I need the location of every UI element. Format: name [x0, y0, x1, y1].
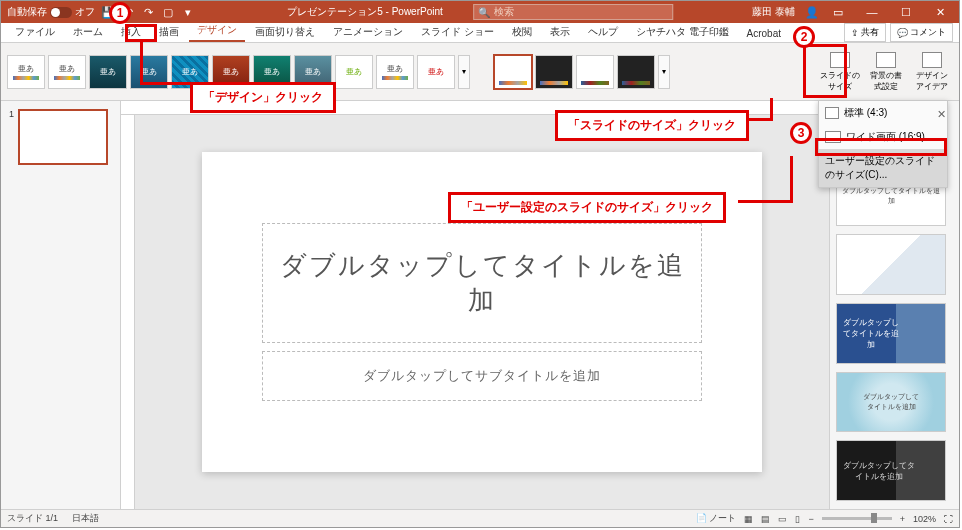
view-reading-icon[interactable]: ▭: [778, 514, 787, 524]
title-placeholder[interactable]: ダブルタップしてタイトルを追加: [262, 223, 702, 343]
theme-tile[interactable]: 亜あ: [417, 55, 455, 89]
redo-icon[interactable]: ↷: [141, 5, 155, 19]
tab-animations[interactable]: アニメーション: [325, 22, 411, 42]
tab-help[interactable]: ヘルプ: [580, 22, 626, 42]
design-ideas-icon: [922, 52, 942, 68]
variant-tile[interactable]: [617, 55, 655, 89]
search-placeholder: 検索: [494, 5, 514, 19]
variant-tile[interactable]: [576, 55, 614, 89]
theme-colorbar-icon: [382, 76, 407, 80]
slide-size-icon: [830, 52, 850, 68]
design-idea-tile[interactable]: ダブルタップして タイトルを追加: [836, 372, 946, 433]
status-bar: スライド 1/1 日本語 📄 ノート ▦ ▤ ▭ ▯ − + 102% ⛶: [1, 509, 959, 527]
view-normal-icon[interactable]: ▦: [744, 514, 753, 524]
view-sorter-icon[interactable]: ▤: [761, 514, 770, 524]
slide-size-custom[interactable]: ユーザー設定のスライドのサイズ(C)...: [819, 149, 947, 187]
callout-line: [738, 200, 793, 203]
callout-label: 「ユーザー設定のスライドのサイズ」クリック: [461, 200, 713, 214]
canvas-area: ダブルタップしてタイトルを追加 ダブルタップしてサブタイトルを追加: [135, 115, 829, 509]
standard-ratio-icon: [825, 107, 839, 119]
comment-icon: 💬: [897, 28, 908, 38]
ribbon-display-icon[interactable]: ▭: [823, 1, 853, 23]
title-bar: 自動保存 オフ 💾 ↶ ↷ ▢ ▾ プレゼンテーション5 - PowerPoin…: [1, 1, 959, 23]
fit-to-window-icon[interactable]: ⛶: [944, 514, 953, 524]
comment-button[interactable]: 💬コメント: [890, 23, 953, 42]
slide-counter: スライド 1/1: [7, 512, 58, 525]
theme-tile[interactable]: 亜あ: [7, 55, 45, 89]
design-idea-tile[interactable]: ダブルタップし てタイトルを追 加: [836, 303, 946, 364]
zoom-level[interactable]: 102%: [913, 514, 936, 524]
callout-line: [140, 42, 143, 84]
wide-ratio-icon: [825, 131, 841, 143]
maximize-icon[interactable]: ☐: [891, 1, 921, 23]
zoom-in-icon[interactable]: +: [900, 514, 905, 524]
language-indicator[interactable]: 日本語: [72, 512, 99, 525]
close-icon[interactable]: ✕: [925, 1, 955, 23]
tab-home[interactable]: ホーム: [65, 22, 111, 42]
design-ideas-label: デザイン アイデア: [916, 70, 948, 92]
share-icon: ⇪: [851, 28, 859, 38]
design-idea-tile[interactable]: ダブルタップしてタ イトルを追加: [836, 440, 946, 501]
slide-thumbnail[interactable]: [18, 109, 108, 165]
design-idea-tile[interactable]: [836, 234, 946, 295]
slide-size-button[interactable]: スライドの サイズ: [819, 48, 861, 96]
user-avatar-icon[interactable]: 👤: [805, 5, 819, 19]
zoom-slider[interactable]: [822, 517, 892, 520]
user-name[interactable]: 藤田 泰輔: [752, 5, 795, 19]
variant-tile[interactable]: [535, 55, 573, 89]
minimize-icon[interactable]: —: [857, 1, 887, 23]
design-ideas-button[interactable]: デザイン アイデア: [911, 48, 953, 96]
zoom-out-icon[interactable]: −: [808, 514, 813, 524]
qat-more-icon[interactable]: ▾: [181, 5, 195, 19]
tab-file[interactable]: ファイル: [7, 22, 63, 42]
tab-acrobat[interactable]: Acrobat: [739, 25, 789, 42]
theme-sample-text: 亜あ: [18, 63, 34, 74]
tab-insert[interactable]: 挿入: [113, 22, 149, 42]
slide-size-menu: 標準 (4:3) ワイド画面 (16:9) ユーザー設定のスライドのサイズ(C)…: [818, 100, 948, 188]
theme-sample-text: 亜あ: [182, 66, 198, 77]
notes-button[interactable]: 📄 ノート: [696, 512, 737, 525]
tab-addin-shachihata[interactable]: シヤチハタ 電子印鑑: [628, 22, 737, 42]
tab-draw[interactable]: 描画: [151, 22, 187, 42]
theme-sample-text: 亜あ: [387, 63, 403, 74]
close-panel-icon[interactable]: ✕: [937, 108, 946, 121]
variant-gallery-expand[interactable]: ▾: [658, 55, 670, 89]
callout-text-2: 「スライドのサイズ」クリック: [555, 110, 749, 141]
format-background-button[interactable]: 背景の書 式設定: [865, 48, 907, 96]
title-placeholder-text: ダブルタップしてタイトルを追加: [273, 248, 691, 318]
theme-gallery-expand[interactable]: ▾: [458, 55, 470, 89]
wide-label: ワイド画面 (16:9): [846, 130, 925, 144]
tab-design[interactable]: デザイン: [189, 20, 245, 42]
slide-size-wide[interactable]: ワイド画面 (16:9): [819, 125, 947, 149]
search-input[interactable]: 🔍 検索: [473, 4, 673, 20]
tab-view[interactable]: 表示: [542, 22, 578, 42]
autosave-toggle[interactable]: 自動保存 オフ: [7, 5, 95, 19]
theme-sample-text: 亜あ: [346, 66, 362, 77]
subtitle-placeholder[interactable]: ダブルタップしてサブタイトルを追加: [262, 351, 702, 401]
share-button[interactable]: ⇪共有: [844, 23, 886, 42]
ribbon-tabs: ファイル ホーム 挿入 描画 デザイン 画面切り替え アニメーション スライド …: [1, 23, 959, 43]
tab-transitions[interactable]: 画面切り替え: [247, 22, 323, 42]
document-title: プレゼンテーション5 - PowerPoint: [287, 5, 443, 19]
autosave-label: 自動保存: [7, 5, 47, 19]
tab-review[interactable]: 校閲: [504, 22, 540, 42]
tab-slideshow[interactable]: スライド ショー: [413, 22, 502, 42]
theme-tile[interactable]: 亜あ: [376, 55, 414, 89]
variant-tile[interactable]: [494, 55, 532, 89]
callout-badge-1: 1: [109, 2, 131, 24]
theme-tile[interactable]: 亜あ: [335, 55, 373, 89]
search-icon: 🔍: [478, 7, 490, 18]
comment-label: コメント: [910, 26, 946, 39]
callout-line: [140, 82, 192, 85]
slide-size-standard[interactable]: 標準 (4:3): [819, 101, 947, 125]
view-slideshow-icon[interactable]: ▯: [795, 514, 800, 524]
theme-sample-text: 亜あ: [100, 66, 116, 77]
autosave-switch-icon: [50, 7, 72, 18]
theme-tile[interactable]: 亜あ: [48, 55, 86, 89]
thumbnail-number: 1: [9, 109, 14, 165]
slide-size-label: スライドの サイズ: [820, 70, 860, 92]
theme-tile[interactable]: 亜あ: [89, 55, 127, 89]
start-slideshow-icon[interactable]: ▢: [161, 5, 175, 19]
idea-text: ダブルタップしてタ イトルを追加: [843, 460, 915, 482]
theme-sample-text: 亜あ: [305, 66, 321, 77]
